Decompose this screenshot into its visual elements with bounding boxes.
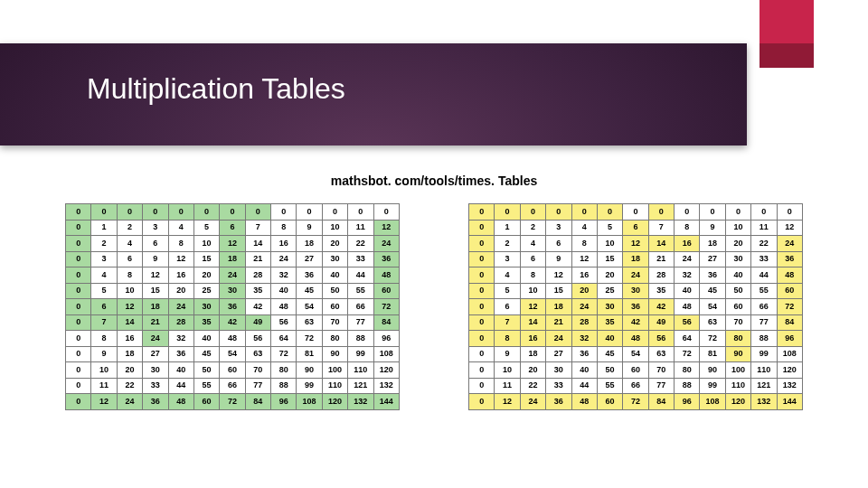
cell: 80 (322, 331, 347, 347)
cell: 0 (271, 204, 297, 221)
cell: 24 (271, 251, 297, 267)
cell: 28 (168, 314, 193, 331)
cell: 0 (66, 378, 91, 394)
cell: 27 (546, 346, 571, 362)
cell: 72 (623, 394, 648, 410)
cell: 50 (725, 283, 750, 299)
cell: 110 (725, 378, 750, 394)
cell: 8 (168, 236, 193, 252)
cell: 6 (117, 251, 142, 267)
cell: 20 (597, 267, 622, 284)
cell: 55 (751, 283, 777, 299)
cell: 0 (66, 314, 91, 331)
cell: 77 (348, 314, 373, 331)
cell: 10 (91, 362, 117, 379)
cell: 12 (117, 299, 142, 315)
cell: 16 (675, 236, 700, 252)
cell: 20 (725, 236, 750, 252)
cell: 42 (623, 314, 648, 331)
cell: 88 (271, 378, 297, 394)
cell: 32 (271, 267, 297, 284)
cell: 33 (143, 378, 168, 394)
cell: 77 (245, 378, 270, 394)
cell: 8 (675, 220, 700, 236)
cell: 0 (469, 378, 495, 394)
cell: 25 (597, 283, 622, 299)
cell: 22 (117, 378, 142, 394)
cell: 12 (373, 220, 400, 236)
cell: 108 (777, 346, 803, 362)
cell: 40 (322, 267, 347, 284)
cell: 18 (143, 299, 168, 315)
cell: 0 (193, 204, 219, 221)
cell: 90 (322, 346, 347, 362)
cell: 0 (520, 204, 545, 221)
cell: 60 (220, 362, 245, 379)
cell: 0 (597, 204, 622, 221)
cell: 84 (648, 394, 674, 410)
cell: 30 (193, 299, 219, 315)
cell: 48 (571, 394, 597, 410)
cell: 0 (66, 299, 91, 315)
cell: 9 (700, 220, 725, 236)
cell: 7 (648, 220, 674, 236)
cell: 27 (297, 251, 322, 267)
cell: 44 (348, 267, 373, 284)
cell: 40 (597, 331, 622, 347)
cell: 5 (91, 283, 117, 299)
cell: 16 (571, 267, 597, 284)
cell: 3 (91, 251, 117, 267)
cell: 2 (495, 236, 520, 252)
cell: 2 (520, 220, 545, 236)
cell: 54 (297, 299, 322, 315)
cell: 120 (373, 362, 400, 379)
cell: 9 (91, 346, 117, 362)
cell: 21 (143, 314, 168, 331)
cell: 72 (271, 346, 297, 362)
cell: 40 (571, 362, 597, 379)
cell: 0 (495, 204, 520, 221)
cell: 72 (700, 331, 725, 347)
cell: 24 (168, 299, 193, 315)
cell: 132 (751, 394, 777, 410)
cell: 66 (348, 299, 373, 315)
cell: 63 (700, 314, 725, 331)
cell: 30 (143, 362, 168, 379)
cell: 100 (725, 362, 750, 379)
cell: 60 (597, 394, 622, 410)
cell: 54 (700, 299, 725, 315)
cell: 6 (143, 236, 168, 252)
cell: 55 (597, 378, 622, 394)
cell: 7 (245, 220, 270, 236)
cell: 30 (322, 251, 347, 267)
cell: 20 (322, 236, 347, 252)
cell: 5 (495, 283, 520, 299)
cell: 96 (777, 331, 803, 347)
cell: 48 (271, 299, 297, 315)
cell: 0 (297, 204, 322, 221)
cell: 10 (117, 283, 142, 299)
cell: 72 (297, 331, 322, 347)
cell: 99 (751, 346, 777, 362)
cell: 55 (348, 283, 373, 299)
cell: 24 (117, 394, 142, 410)
cell: 110 (348, 362, 373, 379)
cell: 72 (777, 299, 803, 315)
cell: 0 (571, 204, 597, 221)
cell: 50 (193, 362, 219, 379)
cell: 8 (91, 331, 117, 347)
cell: 10 (193, 236, 219, 252)
multiplication-table-left: 0000000000000012345678910111202468101214… (65, 203, 400, 410)
cell: 45 (700, 283, 725, 299)
cell: 48 (168, 394, 193, 410)
cell: 10 (597, 236, 622, 252)
cell: 32 (571, 331, 597, 347)
cell: 60 (623, 362, 648, 379)
cell: 96 (675, 394, 700, 410)
cell: 6 (495, 299, 520, 315)
cell: 16 (168, 267, 193, 284)
cell: 64 (675, 331, 700, 347)
cell: 9 (495, 346, 520, 362)
cell: 18 (700, 236, 725, 252)
cell: 30 (623, 283, 648, 299)
